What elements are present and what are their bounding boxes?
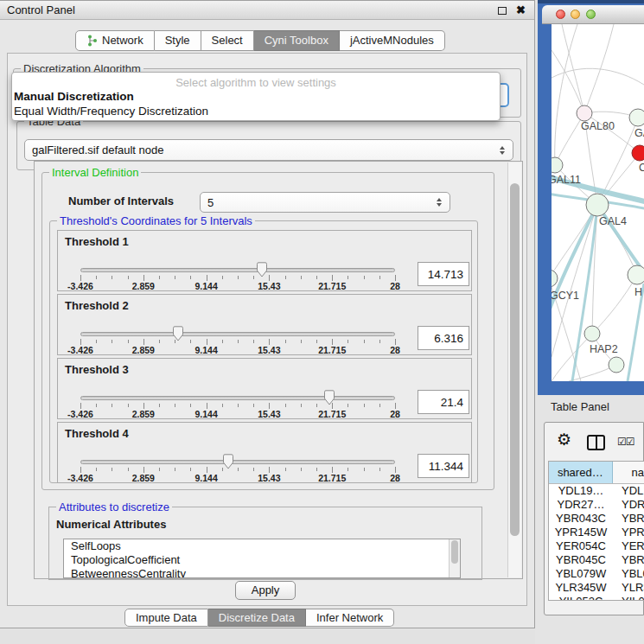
node-label: GCY1	[552, 290, 579, 302]
scrollbar-thumb[interactable]	[451, 540, 458, 564]
table-data-combobox[interactable]: galFiltered.sif default node	[24, 139, 513, 161]
network-window-border	[538, 0, 644, 3]
network-node-gal4[interactable]	[586, 194, 609, 216]
settings-scrollpane: Interval Definition Number of Intervals …	[34, 161, 523, 579]
tab-label: Discretize Data	[219, 609, 295, 626]
tab-label: jActiveMNodules	[350, 31, 434, 50]
node-label: C	[639, 162, 644, 174]
table-header-cell-shared-name[interactable]: shared…	[549, 462, 613, 483]
number-of-intervals-combobox[interactable]: 5	[200, 192, 450, 213]
tab-network[interactable]: Network	[75, 30, 155, 51]
table-row[interactable]: YDR27…YDR2	[549, 498, 644, 512]
tab-impute-data[interactable]: Impute Data	[124, 609, 208, 627]
slider-tick-label: 15.43	[243, 409, 295, 419]
network-edge	[552, 50, 584, 113]
tab-label: Infer Network	[316, 609, 383, 626]
slider-tick-label: -3.426	[54, 409, 106, 419]
network-node[interactable]	[609, 357, 624, 373]
slider-thumb[interactable]	[323, 390, 335, 405]
float-window-icon[interactable]	[498, 7, 507, 15]
table-data-selected-value: galFiltered.sif default node	[32, 140, 163, 160]
tab-cyni-toolbox[interactable]: Cyni Toolbox	[254, 30, 340, 51]
table-row[interactable]: YPR145WYPR1	[549, 526, 644, 539]
slider-tick-label: 28	[369, 473, 421, 483]
cell-name: YLR3	[613, 581, 644, 595]
slider-tick-label: 9.144	[181, 345, 233, 355]
list-vertical-scrollbar[interactable]	[449, 539, 460, 577]
threshold-panel-2: Threshold 2-3.4262.8599.14415.4321.71528	[57, 294, 472, 355]
slider-thumb[interactable]	[256, 262, 268, 277]
tab-infer-network[interactable]: Infer Network	[306, 609, 394, 627]
numerical-attributes-list[interactable]: SelfLoopsTopologicalCoefficientBetweenne…	[63, 539, 461, 578]
traffic-light-minimize-icon[interactable]	[571, 10, 580, 19]
network-window-titlebar[interactable]	[542, 5, 644, 24]
checked-boxes-icon[interactable]: ☑☑	[617, 436, 634, 448]
slider-thumb[interactable]	[172, 326, 184, 341]
slider-tick-label: -3.426	[54, 345, 106, 355]
table-row[interactable]: YER054CYER0	[549, 539, 644, 553]
network-node-ga[interactable]	[629, 109, 644, 126]
network-canvas[interactable]: GAL80GACGAL11GAL4GCY1HHAP2	[552, 24, 644, 381]
cell-name: YPR1	[613, 526, 644, 539]
combo-arrows-icon	[437, 198, 442, 207]
table-row[interactable]: YBL079WYBL0	[549, 567, 644, 581]
threshold-value-input[interactable]	[418, 262, 469, 286]
popup-option-manual-discretization[interactable]: Manual Discretization	[12, 89, 500, 104]
tab-discretize-data[interactable]: Discretize Data	[208, 609, 306, 627]
interval-definition-group-title: Interval Definition	[49, 166, 141, 179]
node-label: GA	[634, 127, 644, 139]
list-item-topologicalcoefficient[interactable]: TopologicalCoefficient	[64, 553, 460, 567]
network-node-hap2[interactable]	[584, 326, 600, 341]
slider-tick-label: 2.859	[118, 409, 169, 419]
cell-name: YDR2	[613, 498, 644, 512]
slider-tick-label: 28	[369, 345, 421, 355]
gear-icon[interactable]: ⚙	[557, 431, 571, 449]
apply-button[interactable]: Apply	[235, 581, 296, 600]
cell-name: YBR0	[613, 553, 644, 567]
table-header-row: shared… na	[549, 462, 644, 484]
traffic-light-zoom-icon[interactable]	[586, 10, 596, 19]
cell-shared-name: YDR27…	[549, 498, 613, 512]
threshold-value-input[interactable]	[418, 326, 469, 350]
scrollbar-thumb[interactable]	[510, 183, 520, 536]
tab-select[interactable]: Select	[201, 30, 254, 51]
network-node-c[interactable]	[632, 145, 644, 161]
control-panel-titlebar: Control Panel ✖	[0, 1, 534, 20]
network-view-window: GAL80GACGAL11GAL4GCY1HHAP2	[538, 0, 644, 395]
node-label: H	[634, 286, 642, 298]
tab-label: Style	[165, 31, 190, 50]
list-item-betweennesscentrality[interactable]: BetweennessCentrality	[64, 567, 460, 578]
traffic-light-close-icon[interactable]	[556, 10, 565, 19]
bottom-tab-bar: Impute DataDiscretize DataInfer Network	[124, 609, 394, 627]
network-node-h[interactable]	[628, 265, 644, 284]
table-row[interactable]: YLR345WYLR3	[549, 581, 644, 595]
popup-option-equal-width-frequency-discretization[interactable]: Equal Width/Frequency Discretization	[12, 104, 500, 118]
cell-name: YBR0	[613, 512, 644, 526]
threshold-value-input[interactable]	[418, 390, 469, 414]
close-icon[interactable]: ✖	[516, 3, 526, 16]
column-view-icon[interactable]	[587, 435, 605, 450]
slider-thumb[interactable]	[222, 454, 234, 469]
vertical-scrollbar[interactable]	[507, 163, 521, 577]
table-header-cell-name[interactable]: na	[613, 462, 644, 483]
threshold-value-input[interactable]	[418, 454, 469, 478]
tab-label: Network	[102, 31, 143, 50]
slider-track[interactable]	[80, 268, 395, 272]
table-row[interactable]: YIL052CYIL0	[549, 595, 644, 601]
tab-jactivemnodules[interactable]: jActiveMNodules	[340, 30, 445, 51]
network-node-gal11[interactable]	[552, 157, 563, 173]
cell-shared-name: YDL19…	[549, 484, 613, 498]
tab-style[interactable]: Style	[155, 30, 201, 51]
slider-track[interactable]	[80, 460, 395, 464]
slider-tick-label: 15.43	[243, 345, 295, 355]
network-node-gcy1[interactable]	[552, 270, 558, 287]
table-row[interactable]: YBR045CYBR0	[549, 553, 644, 567]
slider-track[interactable]	[80, 332, 395, 336]
table-row[interactable]: YBR043CYBR0	[549, 512, 644, 526]
list-item-selfloops[interactable]: SelfLoops	[64, 539, 460, 553]
slider-track[interactable]	[80, 396, 395, 400]
table-row[interactable]: YDL19…YDL1	[549, 484, 644, 498]
cell-name: YIL0	[613, 595, 644, 601]
network-node-gal80[interactable]	[577, 105, 592, 121]
cyni-toolbox-panel: Discretization Algorithm Select algorith…	[7, 53, 527, 606]
